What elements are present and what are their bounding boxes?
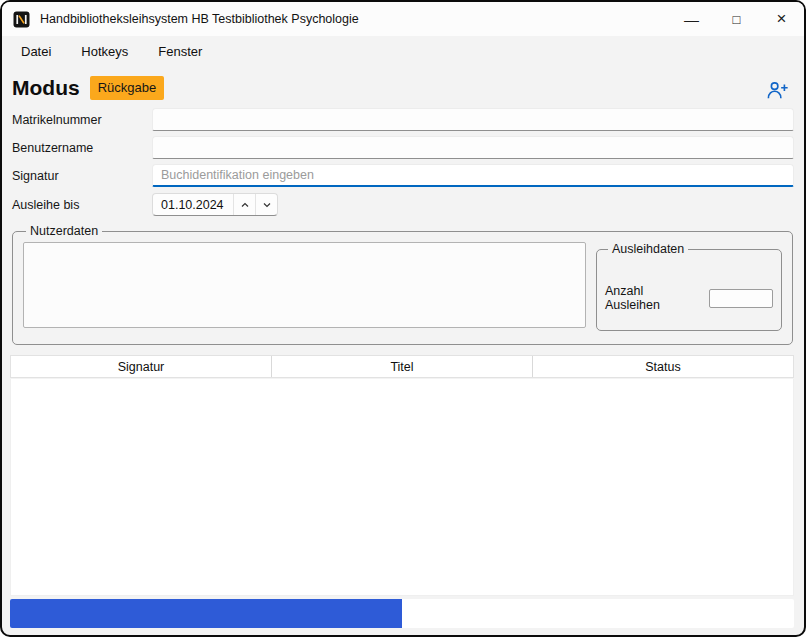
- maximize-icon[interactable]: □: [714, 2, 759, 36]
- spinner-down-icon[interactable]: [255, 194, 277, 215]
- form-row-benutzername: Benutzername: [12, 136, 794, 159]
- ausleihe-bis-value[interactable]: 01.10.2024: [153, 198, 233, 212]
- ausleihe-bis-label: Ausleihe bis: [12, 198, 152, 212]
- menu-item-hotkeys[interactable]: Hotkeys: [70, 39, 139, 64]
- column-header-signatur[interactable]: Signatur: [11, 356, 272, 377]
- mode-badge[interactable]: Rückgabe: [90, 76, 165, 100]
- progress-fill: [10, 599, 402, 628]
- add-user-icon[interactable]: [766, 79, 789, 101]
- benutzername-field[interactable]: [152, 136, 794, 159]
- window-controls: — □ ×: [669, 2, 804, 36]
- progress-bar: [10, 599, 794, 628]
- matrikelnummer-label: Matrikelnummer: [12, 113, 152, 127]
- titlebar[interactable]: Handbibliotheksleihsystem HB Testbibliot…: [2, 2, 804, 36]
- ausleihe-bis-date-spinner[interactable]: 01.10.2024: [152, 193, 278, 216]
- anzahl-ausleihen-row: Anzahl Ausleihen: [605, 284, 773, 312]
- benutzername-label: Benutzername: [12, 141, 152, 155]
- anzahl-ausleihen-field[interactable]: [709, 289, 773, 308]
- minimize-icon[interactable]: —: [669, 2, 714, 36]
- menubar: Datei Hotkeys Fenster: [2, 36, 804, 66]
- app-icon: [13, 11, 30, 28]
- nutzerdaten-group-label: Nutzerdaten: [26, 224, 102, 238]
- column-header-status[interactable]: Status: [533, 356, 793, 377]
- menu-item-fenster[interactable]: Fenster: [147, 39, 213, 64]
- signatur-field[interactable]: [152, 164, 794, 187]
- menu-item-datei[interactable]: Datei: [10, 39, 62, 64]
- nutzerdaten-content: Ausleihdaten Anzahl Ausleihen: [23, 242, 782, 331]
- matrikelnummer-field[interactable]: [152, 108, 794, 131]
- nutzerdaten-group: Nutzerdaten Ausleihdaten Anzahl Ausleihe…: [12, 224, 793, 345]
- anzahl-ausleihen-label: Anzahl Ausleihen: [605, 284, 699, 312]
- table-body-empty: [10, 379, 794, 596]
- userdata-textarea[interactable]: [23, 242, 586, 328]
- close-icon[interactable]: ×: [759, 2, 804, 36]
- column-header-titel[interactable]: Titel: [272, 356, 533, 377]
- form-row-ausleihe-bis: Ausleihe bis 01.10.2024: [12, 193, 794, 216]
- app-window: Handbibliotheksleihsystem HB Testbibliot…: [0, 0, 806, 637]
- page-title: Modus: [12, 76, 80, 100]
- table-header: Signatur Titel Status: [10, 355, 794, 378]
- form-row-matrikelnummer: Matrikelnummer: [12, 108, 794, 131]
- ausleihdaten-group: Ausleihdaten Anzahl Ausleihen: [596, 242, 782, 331]
- signatur-label: Signatur: [12, 169, 152, 183]
- window-title: Handbibliotheksleihsystem HB Testbibliot…: [40, 12, 359, 26]
- ausleihdaten-group-label: Ausleihdaten: [608, 242, 688, 256]
- spinner-up-icon[interactable]: [233, 194, 255, 215]
- mode-header: Modus Rückgabe: [12, 72, 164, 104]
- form-row-signatur: Signatur: [12, 164, 794, 187]
